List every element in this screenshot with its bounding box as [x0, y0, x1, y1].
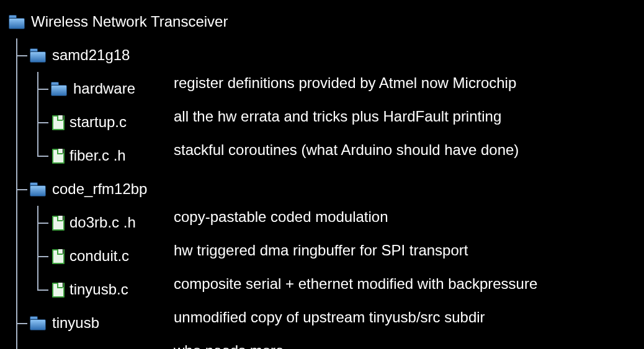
folder-icon — [30, 316, 46, 330]
node-label: do3rb.c .h — [69, 214, 136, 231]
node-desc: unmodified copy of upstream tinyusb/src … — [174, 309, 485, 326]
file-icon — [51, 283, 63, 296]
node-label: tinyusb — [52, 314, 99, 332]
node-label: fiber.c .h — [69, 147, 126, 164]
folder-icon — [51, 82, 67, 95]
node-desc: composite serial + ethernet modified wit… — [174, 275, 537, 293]
tree-row-samd21g18[interactable]: samd21g18 — [9, 38, 644, 72]
node-label: startup.c — [69, 113, 127, 131]
node-desc: who needs more — [174, 342, 284, 349]
file-icon — [51, 149, 63, 162]
file-icon — [51, 249, 63, 263]
node-label: code_rfm12bp — [52, 180, 147, 198]
folder-icon — [9, 15, 25, 29]
node-label: samd21g18 — [52, 46, 130, 64]
tree-row-rfm[interactable]: code_rfm12bp — [9, 172, 644, 206]
node-label: Wireless Network Transceiver — [31, 13, 228, 30]
node-desc: hw triggered dma ringbuffer for SPI tran… — [174, 242, 468, 259]
node-desc: stackful coroutines (what Arduino should… — [174, 141, 519, 159]
file-tree: Wireless Network Transceiver samd21g18 — [0, 0, 644, 349]
file-icon — [51, 216, 63, 229]
node-desc: all the hw errata and tricks plus HardFa… — [174, 108, 501, 125]
node-label: tinyusb.c — [69, 281, 128, 298]
file-icon — [51, 115, 63, 129]
node-label: hardware — [73, 80, 135, 97]
tree-row-root[interactable]: Wireless Network Transceiver — [9, 5, 644, 38]
folder-icon — [30, 182, 46, 196]
node-label: conduit.c — [69, 247, 129, 265]
node-desc: register definitions provided by Atmel n… — [174, 74, 516, 92]
tree-row-makefile[interactable]: Makefile — [9, 340, 644, 349]
folder-icon — [30, 48, 46, 62]
node-desc: copy-pastable coded modulation — [174, 208, 388, 226]
